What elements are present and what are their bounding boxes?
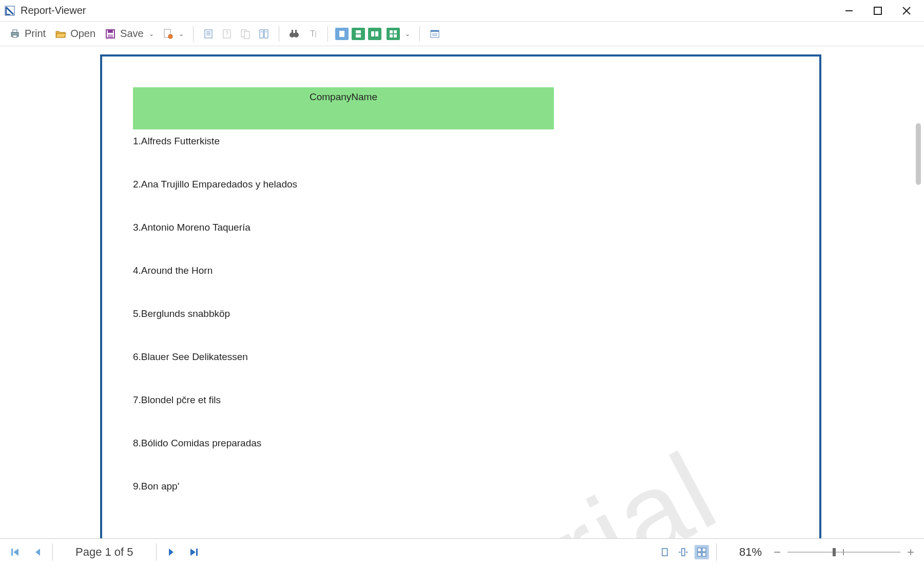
zoom-whole-page-button[interactable] — [676, 545, 690, 559]
toolbar: Print Open Save ⌄ ⌄ ? T — [0, 22, 924, 46]
save-button[interactable]: Save ⌄ — [102, 26, 157, 42]
next-page-button[interactable] — [165, 545, 178, 559]
svg-rect-22 — [264, 30, 268, 38]
report-row: 5.Berglunds snabbköp — [133, 308, 788, 319]
svg-rect-51 — [702, 548, 706, 552]
svg-rect-7 — [13, 35, 17, 37]
svg-rect-35 — [375, 31, 378, 36]
print-icon — [9, 28, 21, 40]
svg-point-12 — [168, 34, 172, 39]
thumbnails-icon: ? — [221, 28, 233, 40]
print-button[interactable]: Print — [6, 26, 49, 42]
toolbar-separator — [328, 26, 328, 42]
close-button[interactable] — [899, 4, 914, 18]
zoom-slider[interactable] — [787, 547, 900, 557]
find-button[interactable] — [286, 26, 302, 42]
facing-view-button[interactable] — [368, 28, 381, 40]
maximize-button[interactable] — [871, 4, 885, 18]
svg-rect-50 — [698, 548, 701, 552]
svg-rect-2 — [874, 7, 881, 14]
bookmarks-button[interactable] — [238, 26, 253, 42]
zoom-page-width-button[interactable] — [658, 545, 672, 559]
title-bar: Report-Viewer — [0, 0, 924, 22]
svg-rect-27 — [292, 30, 293, 33]
svg-rect-32 — [356, 30, 361, 33]
svg-rect-10 — [108, 34, 113, 37]
chevron-down-icon: ⌄ — [179, 30, 184, 37]
report-row: 4.Around the Horn — [133, 265, 788, 276]
open-button[interactable]: Open — [52, 26, 99, 42]
grid-view-icon — [387, 28, 400, 40]
svg-rect-52 — [698, 553, 701, 556]
status-separator — [52, 543, 53, 561]
text-cursor-icon: T — [307, 28, 318, 40]
text-select-button[interactable]: T — [305, 26, 320, 42]
minimize-button[interactable] — [842, 4, 856, 18]
status-bar: Page 1 of 5 81% − + — [0, 538, 924, 565]
zoom-multi-page-button[interactable] — [695, 545, 709, 559]
document-viewport[interactable]: rial CompanyName 1.Alfreds Futterkiste 2… — [0, 46, 924, 538]
report-column-header: CompanyName — [133, 87, 554, 129]
vertical-scrollbar-thumb[interactable] — [916, 123, 921, 185]
window-controls — [842, 4, 914, 18]
svg-rect-36 — [390, 30, 393, 33]
print-label: Print — [25, 28, 46, 40]
toolbar-separator — [279, 26, 279, 42]
svg-rect-33 — [356, 34, 361, 37]
bookmarks-icon — [240, 28, 251, 40]
open-label: Open — [70, 28, 95, 40]
page-setup-icon — [162, 28, 174, 40]
report-row: 1.Alfreds Futterkiste — [133, 136, 788, 147]
svg-rect-20 — [244, 31, 249, 39]
svg-text:?: ? — [225, 31, 228, 36]
svg-text:T: T — [310, 29, 315, 38]
document-map-button[interactable] — [256, 26, 272, 42]
report-row: 6.Blauer See Delikatessen — [133, 351, 788, 363]
svg-rect-9 — [108, 30, 113, 33]
continuous-view-button[interactable] — [352, 28, 365, 40]
prev-page-button[interactable] — [31, 545, 44, 559]
svg-point-26 — [294, 32, 299, 37]
svg-rect-45 — [196, 549, 198, 556]
status-separator — [716, 543, 717, 561]
editor-button[interactable] — [427, 26, 442, 42]
svg-rect-46 — [662, 549, 667, 556]
last-page-button[interactable] — [187, 545, 201, 559]
parameters-button[interactable] — [201, 26, 216, 42]
zoom-slider-group: − + — [772, 545, 916, 559]
save-label: Save — [120, 28, 144, 40]
svg-rect-41 — [431, 30, 439, 32]
chevron-down-icon: ⌄ — [149, 30, 154, 37]
window-title: Report-Viewer — [21, 5, 842, 16]
svg-rect-28 — [295, 30, 297, 33]
svg-rect-39 — [394, 34, 397, 37]
open-folder-icon — [55, 28, 66, 40]
save-icon — [105, 28, 116, 40]
zoom-out-button[interactable]: − — [772, 545, 782, 559]
chevron-down-icon: ⌄ — [405, 30, 410, 37]
toolbar-separator — [193, 26, 194, 42]
status-separator — [156, 543, 157, 561]
svg-rect-53 — [702, 553, 706, 556]
multi-page-view-button[interactable]: ⌄ — [384, 26, 412, 42]
toolbar-separator — [419, 26, 420, 42]
single-page-view-button[interactable] — [335, 28, 349, 40]
app-icon — [4, 5, 15, 16]
svg-rect-44 — [11, 549, 13, 556]
report-row: 3.Antonio Moreno Taquería — [133, 222, 788, 233]
report-row: 9.Bon app' — [133, 481, 788, 492]
binoculars-icon — [288, 28, 300, 40]
svg-rect-21 — [260, 30, 263, 38]
thumbnails-button[interactable]: ? — [219, 26, 235, 42]
page-setup-button[interactable]: ⌄ — [160, 26, 186, 42]
first-page-button[interactable] — [8, 545, 22, 559]
svg-rect-13 — [205, 30, 212, 38]
report-row: 2.Ana Trujillo Emparedados y helados — [133, 179, 788, 190]
page-indicator: Page 1 of 5 — [75, 545, 133, 559]
document-map-icon — [258, 28, 270, 40]
svg-rect-38 — [390, 34, 393, 37]
svg-rect-6 — [13, 30, 17, 32]
editor-icon — [429, 28, 440, 40]
zoom-in-button[interactable]: + — [906, 545, 916, 559]
svg-rect-34 — [371, 31, 374, 36]
